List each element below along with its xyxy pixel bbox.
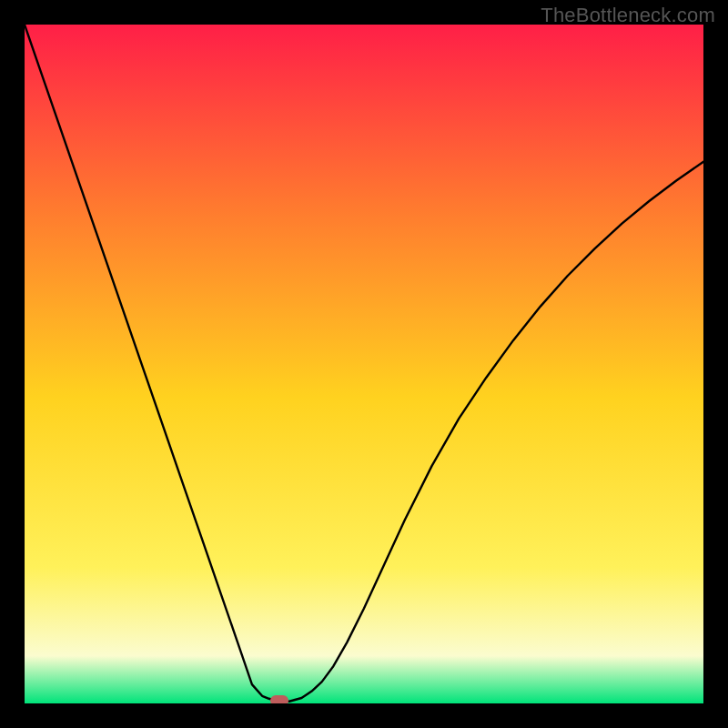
plot-area <box>25 25 703 703</box>
gradient-background <box>25 25 703 703</box>
chart-frame: TheBottleneck.com <box>0 0 728 728</box>
minimum-marker <box>270 695 288 703</box>
plot-svg <box>25 25 703 703</box>
